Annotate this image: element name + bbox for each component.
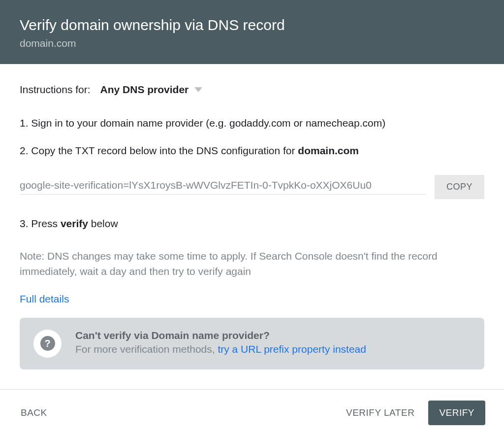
full-details-link[interactable]: Full details: [20, 293, 69, 305]
info-box: ? Can't verify via Domain name provider?…: [20, 318, 484, 369]
help-icon-container: ?: [33, 330, 62, 358]
dialog-content: Instructions for: Any DNS provider 1. Si…: [0, 64, 504, 379]
verify-later-button[interactable]: VERIFY LATER: [344, 402, 416, 423]
info-title: Can't verify via Domain name provider?: [75, 330, 471, 341]
dropdown-value: Any DNS provider: [100, 84, 189, 96]
info-text: Can't verify via Domain name provider? F…: [75, 330, 471, 355]
instructions-row: Instructions for: Any DNS provider: [20, 84, 484, 96]
step-2: 2. Copy the TXT record below into the DN…: [20, 143, 484, 159]
copy-button[interactable]: COPY: [435, 175, 484, 199]
instructions-label: Instructions for:: [20, 84, 91, 96]
step-3-bold: verify: [61, 218, 88, 229]
dialog-footer: BACK VERIFY LATER VERIFY: [0, 389, 504, 436]
step-2-prefix: 2. Copy the TXT record below into the DN…: [20, 145, 298, 156]
help-icon: ?: [40, 336, 55, 351]
step-1: 1. Sign in to your domain name provider …: [20, 115, 484, 131]
step-3-suffix: below: [88, 218, 118, 229]
txt-record-row: google-site-verification=lYsX1roysB-wWVG…: [20, 175, 484, 199]
dialog-header: Verify domain ownership via DNS record d…: [0, 0, 504, 64]
dns-provider-dropdown[interactable]: Any DNS provider: [100, 84, 203, 96]
url-prefix-link[interactable]: try a URL prefix property instead: [218, 343, 366, 355]
back-button[interactable]: BACK: [19, 402, 49, 423]
dialog-subtitle: domain.com: [20, 37, 484, 49]
info-desc: For more verification methods, try a URL…: [75, 343, 471, 355]
footer-right: VERIFY LATER VERIFY: [344, 401, 485, 425]
footer-left: BACK: [19, 402, 49, 423]
chevron-down-icon: [194, 87, 202, 92]
note-text: Note: DNS changes may take some time to …: [20, 248, 484, 279]
step-3-prefix: 3. Press: [20, 218, 61, 229]
step-3: 3. Press verify below: [20, 216, 484, 232]
step-2-domain: domain.com: [298, 145, 359, 156]
dialog-title: Verify domain ownership via DNS record: [20, 17, 484, 34]
verify-button[interactable]: VERIFY: [428, 401, 485, 425]
info-desc-prefix: For more verification methods,: [75, 343, 218, 355]
txt-record-value[interactable]: google-site-verification=lYsX1roysB-wWVG…: [20, 179, 426, 195]
